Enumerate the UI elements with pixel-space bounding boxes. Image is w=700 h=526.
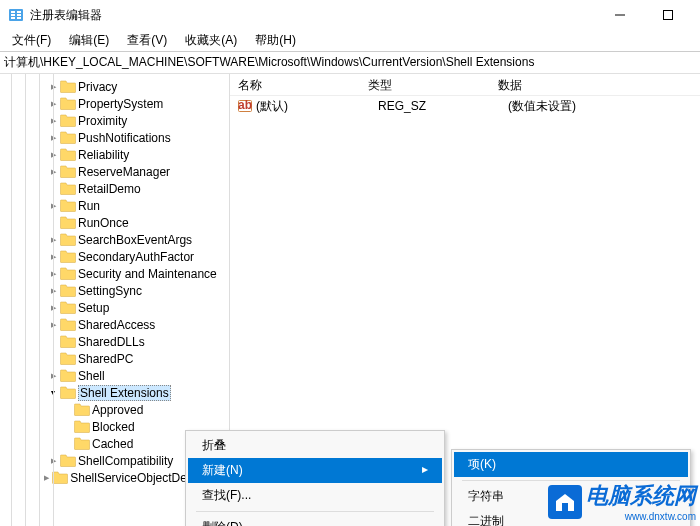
folder-icon xyxy=(60,369,76,383)
folder-icon xyxy=(60,318,76,332)
tree-node[interactable]: ▶Proximity xyxy=(0,112,229,129)
folder-icon xyxy=(60,352,76,366)
folder-icon xyxy=(60,301,76,315)
menu-file[interactable]: 文件(F) xyxy=(4,30,59,51)
tree-node[interactable]: ▶Run xyxy=(0,197,229,214)
tree-expand-icon[interactable]: ▶ xyxy=(46,372,60,380)
tree-node[interactable]: ▶ReserveManager xyxy=(0,163,229,180)
tree-node-label: Security and Maintenance xyxy=(78,267,217,281)
tree-expand-icon[interactable]: ▶ xyxy=(46,236,60,244)
tree-node[interactable]: ▼Shell Extensions xyxy=(0,384,229,401)
tree-node-label: SearchBoxEventArgs xyxy=(78,233,192,247)
tree-node[interactable]: SharedDLLs xyxy=(0,333,229,350)
tree-expand-icon[interactable]: ▶ xyxy=(46,202,60,210)
address-path: 计算机\HKEY_LOCAL_MACHINE\SOFTWARE\Microsof… xyxy=(4,54,534,71)
tree-node[interactable]: ▶Security and Maintenance xyxy=(0,265,229,282)
tree-node-label: Shell Extensions xyxy=(78,385,171,401)
tree-node[interactable]: RunOnce xyxy=(0,214,229,231)
watermark-icon xyxy=(548,485,582,519)
tree-node-label: SharedPC xyxy=(78,352,133,366)
tree-node[interactable]: ▶PropertySystem xyxy=(0,95,229,112)
context-menu-collapse[interactable]: 折叠 xyxy=(188,433,442,458)
titlebar: 注册表编辑器 xyxy=(0,0,700,30)
tree-node[interactable]: ▶SharedAccess xyxy=(0,316,229,333)
value-row[interactable]: ab (默认) REG_SZ (数值未设置) xyxy=(230,96,700,116)
tree-node[interactable]: ▶Shell xyxy=(0,367,229,384)
tree-expand-icon[interactable]: ▶ xyxy=(46,168,60,176)
tree-node[interactable]: SharedPC xyxy=(0,350,229,367)
tree-node[interactable]: ▶Reliability xyxy=(0,146,229,163)
address-bar[interactable]: 计算机\HKEY_LOCAL_MACHINE\SOFTWARE\Microsof… xyxy=(0,52,700,74)
folder-icon xyxy=(60,165,76,179)
tree-node-label: SettingSync xyxy=(78,284,142,298)
menu-view[interactable]: 查看(V) xyxy=(119,30,175,51)
tree-expand-icon[interactable]: ▶ xyxy=(46,83,60,91)
folder-icon xyxy=(60,386,76,400)
context-menu-new[interactable]: 新建(N) ▸ xyxy=(188,458,442,483)
tree-expand-icon[interactable]: ▶ xyxy=(46,321,60,329)
watermark: 电脑系统网 www.dnxtw.com xyxy=(548,481,696,522)
tree-expand-icon[interactable]: ▶ xyxy=(46,304,60,312)
tree-expand-icon[interactable]: ▶ xyxy=(46,457,60,465)
tree-node-label: PushNotifications xyxy=(78,131,171,145)
svg-rect-2 xyxy=(11,14,15,16)
minimize-button[interactable] xyxy=(606,5,634,25)
tree-expand-icon[interactable]: ▶ xyxy=(46,253,60,261)
tree-expand-icon[interactable]: ▶ xyxy=(46,100,60,108)
tree-expand-icon[interactable]: ▶ xyxy=(46,270,60,278)
tree-node[interactable]: ▶PushNotifications xyxy=(0,129,229,146)
svg-rect-4 xyxy=(17,11,21,13)
svg-rect-3 xyxy=(11,17,15,19)
tree-node[interactable]: ▶Privacy xyxy=(0,78,229,95)
tree-node-label: RunOnce xyxy=(78,216,129,230)
tree-node-label: SharedAccess xyxy=(78,318,155,332)
tree-node[interactable]: Approved xyxy=(0,401,229,418)
folder-icon xyxy=(60,131,76,145)
watermark-text: 电脑系统网 xyxy=(586,481,696,511)
tree-expand-icon[interactable]: ▼ xyxy=(46,389,60,396)
tree-node[interactable]: ▶SettingSync xyxy=(0,282,229,299)
col-header-data[interactable]: 数据 xyxy=(490,74,700,95)
value-header: 名称 类型 数据 xyxy=(230,74,700,96)
tree-node-label: ReserveManager xyxy=(78,165,170,179)
folder-icon xyxy=(60,148,76,162)
menu-help[interactable]: 帮助(H) xyxy=(247,30,304,51)
tree-node-label: Approved xyxy=(92,403,143,417)
folder-icon xyxy=(52,471,68,485)
context-menu-new-label: 新建(N) xyxy=(202,463,243,477)
context-menu-delete[interactable]: 删除(D) xyxy=(188,515,442,526)
window-title: 注册表编辑器 xyxy=(30,7,606,24)
menu-favorites[interactable]: 收藏夹(A) xyxy=(177,30,245,51)
tree-expand-icon[interactable]: ▶ xyxy=(46,134,60,142)
svg-text:ab: ab xyxy=(238,99,252,112)
watermark-url: www.dnxtw.com xyxy=(586,511,696,522)
tree-expand-icon[interactable]: ▶ xyxy=(40,474,52,482)
tree-node[interactable]: ▶SecondaryAuthFactor xyxy=(0,248,229,265)
tree-node[interactable]: ▶Setup xyxy=(0,299,229,316)
folder-icon xyxy=(60,97,76,111)
tree-expand-icon[interactable]: ▶ xyxy=(46,117,60,125)
submenu-key[interactable]: 项(K) xyxy=(454,452,688,477)
folder-icon xyxy=(60,250,76,264)
folder-icon xyxy=(74,403,90,417)
maximize-button[interactable] xyxy=(654,5,682,25)
col-header-name[interactable]: 名称 xyxy=(230,74,360,95)
context-menu-find[interactable]: 查找(F)... xyxy=(188,483,442,508)
tree-node-label: RetailDemo xyxy=(78,182,141,196)
tree-node-label: Run xyxy=(78,199,100,213)
menu-edit[interactable]: 编辑(E) xyxy=(61,30,117,51)
tree-node[interactable]: ▶SearchBoxEventArgs xyxy=(0,231,229,248)
col-header-type[interactable]: 类型 xyxy=(360,74,490,95)
folder-icon xyxy=(60,216,76,230)
tree-expand-icon[interactable]: ▶ xyxy=(46,151,60,159)
folder-icon xyxy=(74,437,90,451)
tree-node-label: Proximity xyxy=(78,114,127,128)
tree-expand-icon[interactable]: ▶ xyxy=(46,287,60,295)
value-type: REG_SZ xyxy=(378,99,508,113)
folder-icon xyxy=(60,233,76,247)
chevron-right-icon: ▸ xyxy=(422,462,428,476)
tree-node-label: Cached xyxy=(92,437,133,451)
folder-icon xyxy=(60,114,76,128)
tree-node-label: Blocked xyxy=(92,420,135,434)
tree-node[interactable]: RetailDemo xyxy=(0,180,229,197)
